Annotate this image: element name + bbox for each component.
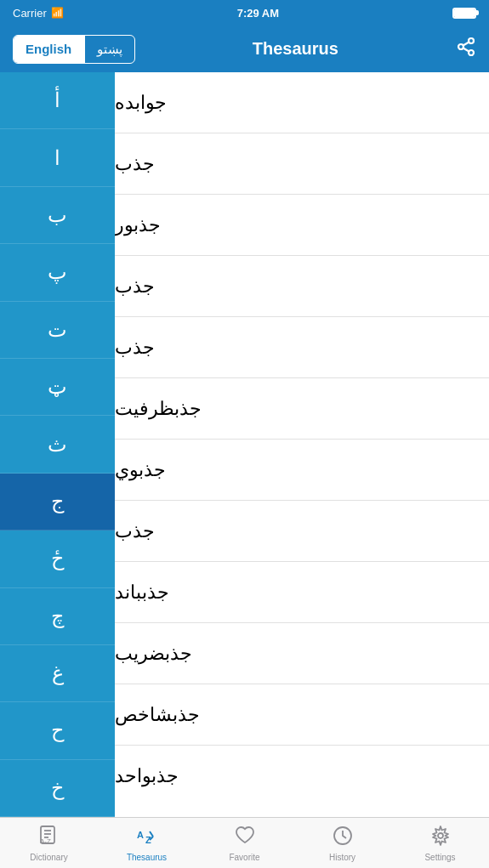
- alpha-item[interactable]: ب: [0, 187, 115, 244]
- word-list: جوابدهجذبجذبورجذبجذبجذبظرفيتجذبويجذبجذبب…: [115, 72, 489, 817]
- main-content: أابپتټثجځچغحخ جوابدهجذبجذبورجذبجذبجذبظرف…: [0, 72, 489, 817]
- status-bar-time: 7:29 AM: [237, 7, 279, 20]
- svg-text:A: A: [137, 830, 144, 840]
- alpha-item[interactable]: ح: [0, 702, 115, 759]
- word-item[interactable]: جذبشاخص: [115, 684, 489, 746]
- word-item[interactable]: جذب: [115, 317, 489, 378]
- carrier-label: Carrier: [13, 7, 47, 20]
- alpha-item[interactable]: ث: [0, 416, 115, 473]
- tab-dictionary-label: Dictionary: [30, 853, 67, 862]
- word-item[interactable]: جذب: [115, 501, 489, 562]
- wifi-icon: 📶: [51, 7, 64, 19]
- svg-text:A-Z: A-Z: [40, 837, 51, 845]
- status-bar-right: [452, 8, 476, 19]
- svg-line-4: [463, 42, 469, 45]
- header-title: Thesaurus: [253, 39, 338, 59]
- word-item[interactable]: جذب: [115, 256, 489, 317]
- word-item[interactable]: جذبواحد: [115, 746, 489, 807]
- tab-favorite[interactable]: Favorite: [196, 818, 293, 868]
- tab-settings-label: Settings: [424, 853, 455, 862]
- word-item[interactable]: جذبوي: [115, 440, 489, 501]
- alpha-item[interactable]: أ: [0, 72, 115, 129]
- svg-line-3: [463, 48, 469, 51]
- tab-history-label: History: [329, 853, 355, 862]
- tab-dictionary[interactable]: A-Z Dictionary: [0, 818, 98, 868]
- svg-point-15: [438, 833, 443, 838]
- alpha-item[interactable]: ج: [0, 474, 115, 530]
- word-item[interactable]: جذبور: [115, 195, 489, 256]
- tab-favorite-label: Favorite: [229, 853, 259, 862]
- alpha-item[interactable]: چ: [0, 588, 115, 645]
- word-item[interactable]: جذبباند: [115, 562, 489, 623]
- language-toggle[interactable]: English پښتو: [13, 35, 135, 64]
- tab-settings[interactable]: Settings: [391, 818, 489, 868]
- dictionary-icon: A-Z: [38, 825, 60, 850]
- header: English پښتو Thesaurus: [0, 26, 489, 72]
- alpha-item[interactable]: ت: [0, 302, 115, 359]
- tab-history[interactable]: History: [293, 818, 391, 868]
- word-item[interactable]: جذبضريب: [115, 623, 489, 684]
- pashto-lang-button[interactable]: پښتو: [85, 36, 134, 63]
- alpha-item[interactable]: غ: [0, 645, 115, 702]
- battery-icon: [452, 8, 476, 19]
- share-button[interactable]: [456, 37, 476, 62]
- word-item[interactable]: جذب: [115, 133, 489, 195]
- english-lang-button[interactable]: English: [14, 36, 83, 63]
- alpha-item[interactable]: پ: [0, 244, 115, 301]
- battery-fill: [454, 9, 475, 17]
- status-bar: Carrier 📶 7:29 AM: [0, 0, 489, 26]
- status-bar-left: Carrier 📶: [13, 7, 64, 20]
- settings-icon: [429, 825, 452, 850]
- alpha-item[interactable]: ټ: [0, 359, 115, 416]
- favorite-icon: [234, 825, 256, 850]
- tab-bar: A-Z Dictionary A Z Thesaurus Favorite: [0, 817, 489, 868]
- history-icon: [332, 825, 354, 850]
- alphabet-sidebar: أابپتټثجځچغحخ: [0, 72, 115, 817]
- tab-thesaurus-label: Thesaurus: [127, 853, 167, 862]
- share-icon: [456, 37, 476, 57]
- alpha-item[interactable]: ا: [0, 129, 115, 186]
- alpha-item[interactable]: خ: [0, 760, 115, 817]
- word-item[interactable]: جذبظرفيت: [115, 378, 489, 440]
- thesaurus-icon: A Z: [136, 825, 158, 850]
- word-item[interactable]: جوابده: [115, 72, 489, 133]
- tab-thesaurus[interactable]: A Z Thesaurus: [98, 818, 196, 868]
- alpha-item[interactable]: ځ: [0, 530, 115, 587]
